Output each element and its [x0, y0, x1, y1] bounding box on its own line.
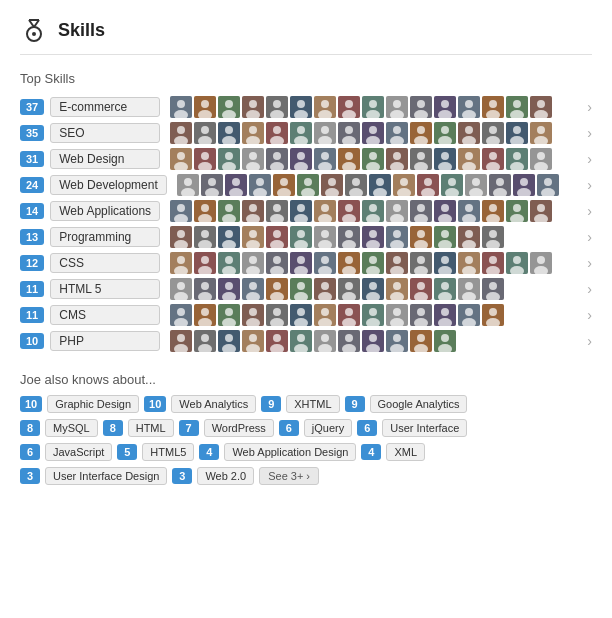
tag-row: 10Graphic Design10Web Analytics9XHTML9Go…	[20, 395, 592, 413]
avatars-row	[170, 148, 583, 170]
skill-row: 13Programming	[20, 226, 592, 248]
skill-name[interactable]: Web Development	[50, 175, 167, 195]
svg-point-21	[297, 100, 305, 108]
chevron-right-icon[interactable]: ›	[587, 333, 592, 349]
svg-point-375	[489, 282, 497, 290]
see-more-button[interactable]: See 3+ ›	[259, 467, 319, 485]
skill-count-badge: 35	[20, 125, 44, 141]
tag-row: 8MySQL8HTML7WordPress6jQuery6User Interf…	[20, 419, 592, 437]
top-skills-label: Top Skills	[20, 71, 592, 86]
svg-point-114	[273, 152, 281, 160]
svg-point-30	[369, 100, 377, 108]
tag-rows-container: 10Graphic Design10Web Analytics9XHTML9Go…	[20, 395, 592, 485]
svg-point-96	[513, 126, 521, 134]
skill-name[interactable]: Programming	[50, 227, 160, 247]
tag-name[interactable]: JavaScript	[45, 443, 112, 461]
skill-name[interactable]: Web Design	[50, 149, 160, 169]
skill-name[interactable]: Web Applications	[50, 201, 160, 221]
tag-name[interactable]: User Interface	[382, 419, 467, 437]
svg-point-165	[304, 178, 312, 186]
avatar	[290, 96, 312, 118]
avatar	[218, 122, 240, 144]
avatar	[314, 96, 336, 118]
skill-row: 11HTML 5	[20, 278, 592, 300]
avatar	[290, 148, 312, 170]
svg-point-162	[280, 178, 288, 186]
svg-point-126	[369, 152, 377, 160]
svg-point-399	[345, 308, 353, 316]
avatar	[242, 96, 264, 118]
tag-name[interactable]: WordPress	[204, 419, 274, 437]
svg-point-420	[177, 334, 185, 342]
avatar	[386, 304, 408, 326]
avatar	[290, 226, 312, 248]
skill-name[interactable]: PHP	[50, 331, 160, 351]
avatar	[506, 122, 528, 144]
svg-point-237	[489, 204, 497, 212]
avatar	[218, 278, 240, 300]
skill-row: 31Web Design	[20, 148, 592, 170]
tag-name[interactable]: MySQL	[45, 419, 98, 437]
svg-point-177	[400, 178, 408, 186]
avatar	[386, 226, 408, 248]
svg-point-141	[489, 152, 497, 160]
tag-name[interactable]: XHTML	[286, 395, 339, 413]
avatars-row	[170, 252, 583, 274]
svg-point-123	[345, 152, 353, 160]
tag-name[interactable]: User Interface Design	[45, 467, 167, 485]
tag-name[interactable]: Graphic Design	[47, 395, 139, 413]
tag-name[interactable]: Web 2.0	[197, 467, 254, 485]
avatar	[194, 96, 216, 118]
tag-name[interactable]: XML	[386, 443, 425, 461]
svg-point-63	[249, 126, 257, 134]
avatar	[242, 252, 264, 274]
svg-point-339	[201, 282, 209, 290]
avatar	[530, 200, 552, 222]
avatars-row	[170, 122, 583, 144]
avatar	[530, 122, 552, 144]
tag-name[interactable]: HTML5	[142, 443, 194, 461]
chevron-right-icon[interactable]: ›	[587, 203, 592, 219]
svg-point-252	[225, 230, 233, 238]
skill-name[interactable]: CSS	[50, 253, 160, 273]
svg-point-411	[441, 308, 449, 316]
svg-line-1	[29, 20, 34, 27]
avatars-row	[177, 174, 584, 196]
svg-point-288	[177, 256, 185, 264]
avatar	[290, 252, 312, 274]
avatar	[266, 96, 288, 118]
avatar	[338, 278, 360, 300]
avatar	[362, 200, 384, 222]
svg-point-372	[465, 282, 473, 290]
tag-name[interactable]: Web Analytics	[171, 395, 256, 413]
tag-count-badge: 3	[172, 468, 192, 484]
also-knows-label: Joe also knows about...	[20, 372, 592, 387]
skill-name[interactable]: SEO	[50, 123, 160, 143]
svg-point-396	[321, 308, 329, 316]
skill-name[interactable]: HTML 5	[50, 279, 160, 299]
tag-row: 3User Interface Design3Web 2.0See 3+ ›	[20, 467, 592, 485]
avatar	[266, 304, 288, 326]
avatar	[386, 252, 408, 274]
tag-name[interactable]: jQuery	[304, 419, 352, 437]
avatar	[338, 96, 360, 118]
avatar	[482, 304, 504, 326]
svg-point-282	[465, 230, 473, 238]
skill-count-badge: 12	[20, 255, 44, 271]
tag-name[interactable]: Web Application Design	[224, 443, 356, 461]
chevron-right-icon[interactable]: ›	[587, 255, 592, 271]
skill-name[interactable]: CMS	[50, 305, 160, 325]
chevron-right-icon[interactable]: ›	[587, 229, 592, 245]
chevron-right-icon[interactable]: ›	[587, 307, 592, 323]
avatar	[458, 278, 480, 300]
chevron-right-icon[interactable]: ›	[587, 99, 592, 115]
avatar	[314, 330, 336, 352]
tag-name[interactable]: Google Analytics	[370, 395, 468, 413]
chevron-right-icon[interactable]: ›	[587, 177, 592, 193]
tag-name[interactable]: HTML	[128, 419, 174, 437]
chevron-right-icon[interactable]: ›	[587, 281, 592, 297]
chevron-right-icon[interactable]: ›	[587, 125, 592, 141]
skill-name[interactable]: E-commerce	[50, 97, 160, 117]
chevron-right-icon[interactable]: ›	[587, 151, 592, 167]
svg-point-414	[465, 308, 473, 316]
